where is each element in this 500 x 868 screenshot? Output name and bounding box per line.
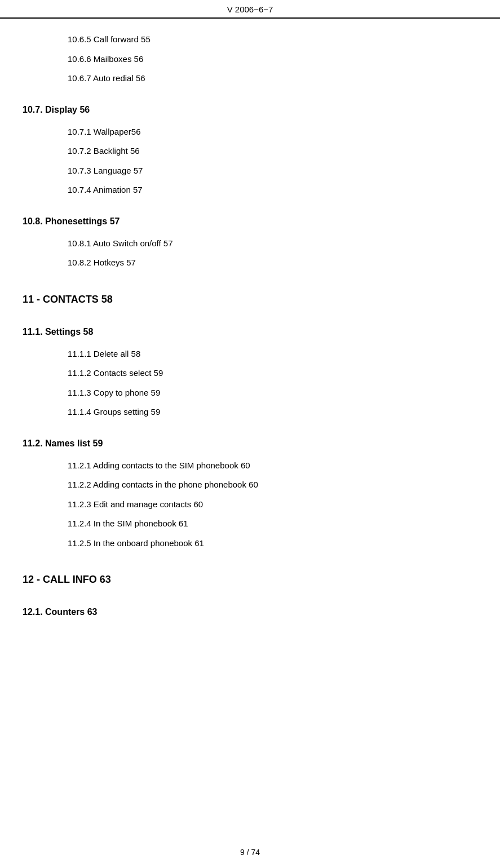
item-11-2: 11.2. Names list 59 [23, 433, 477, 454]
item-10-7-3: 10.7.3 Language 57 [68, 161, 477, 181]
item-10-7: 10.7. Display 56 [23, 100, 477, 120]
item-10-8-2: 10.8.2 Hotkeys 57 [68, 253, 477, 273]
item-11: 11 - CONTACTS 58 [23, 289, 477, 311]
item-10-7-2: 10.7.2 Backlight 56 [68, 141, 477, 161]
item-10-6-7: 10.6.7 Auto redial 56 [68, 69, 477, 88]
item-11-2-5: 11.2.5 In the onboard phonebook 61 [68, 534, 477, 553]
toc-content: 10.6.5 Call forward 5510.6.6 Mailboxes 5… [0, 19, 500, 658]
item-10-6-6: 10.6.6 Mailboxes 56 [68, 50, 477, 69]
item-11-1-4: 11.1.4 Groups setting 59 [68, 402, 477, 422]
item-10-7-4: 10.7.4 Animation 57 [68, 180, 477, 200]
item-11-2-2: 11.2.2 Adding contacts in the phone phon… [68, 475, 477, 495]
footer-text: 9 / 74 [240, 848, 260, 857]
item-10-6-5: 10.6.5 Call forward 55 [68, 30, 477, 50]
item-11-2-3: 11.2.3 Edit and manage contacts 60 [68, 495, 477, 515]
item-11-1-3: 11.1.3 Copy to phone 59 [68, 383, 477, 403]
header-title: V 2006−6−7 [227, 5, 273, 14]
item-10-7-1: 10.7.1 Wallpaper56 [68, 122, 477, 142]
item-11-1-2: 11.1.2 Contacts select 59 [68, 364, 477, 383]
item-12-1: 12.1. Counters 63 [23, 602, 477, 622]
item-11-1: 11.1. Settings 58 [23, 322, 477, 342]
item-11-2-1: 11.2.1 Adding contacts to the SIM phoneb… [68, 456, 477, 476]
item-11-1-1: 11.1.1 Delete all 58 [68, 344, 477, 364]
item-10-8-1: 10.8.1 Auto Switch on/off 57 [68, 234, 477, 254]
item-10-8: 10.8. Phonesettings 57 [23, 211, 477, 232]
item-11-2-4: 11.2.4 In the SIM phonebook 61 [68, 514, 477, 534]
page-footer: 9 / 74 [0, 848, 500, 857]
item-12: 12 - CALL INFO 63 [23, 569, 477, 591]
page-header: V 2006−6−7 [0, 0, 500, 19]
